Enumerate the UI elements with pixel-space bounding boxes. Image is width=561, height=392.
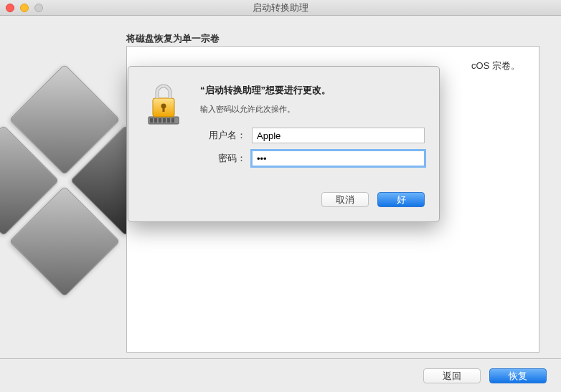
auth-title: “启动转换助理”想要进行更改。 [200, 84, 425, 97]
traffic-lights [0, 4, 43, 12]
page-heading: 将磁盘恢复为单一宗卷 [126, 32, 220, 45]
window-title: 启动转换助理 [0, 1, 561, 14]
body-text-fragment: cOS 宗卷。 [471, 59, 520, 72]
back-button[interactable]: 返回 [423, 368, 481, 383]
cancel-button[interactable]: 取消 [321, 192, 369, 207]
content-area: 将磁盘恢复为单一宗卷 cOS 宗卷。 返回 恢复 [0, 16, 561, 392]
close-icon[interactable] [6, 4, 14, 12]
titlebar: 启动转换助理 [0, 0, 561, 16]
bootcamp-logo [0, 73, 136, 317]
restore-button[interactable]: 恢复 [489, 368, 547, 383]
bottom-bar: 返回 恢复 [0, 358, 561, 392]
auth-dialog: “启动转换助理”想要进行更改。 输入密码以允许此次操作。 用户名： 密码： 取消… [128, 66, 440, 222]
ok-button[interactable]: 好 [377, 192, 425, 207]
auth-subtitle: 输入密码以允许此次操作。 [200, 104, 425, 115]
svg-rect-9 [163, 107, 165, 112]
username-field[interactable] [252, 128, 425, 143]
lock-icon [143, 81, 200, 173]
svg-rect-4 [163, 118, 166, 123]
svg-rect-1 [150, 118, 153, 123]
zoom-icon [34, 4, 43, 12]
username-label: 用户名： [200, 129, 246, 142]
password-field[interactable] [252, 150, 425, 166]
password-label: 密码： [200, 152, 246, 165]
svg-rect-6 [171, 118, 174, 123]
svg-rect-2 [154, 118, 157, 123]
svg-rect-5 [167, 118, 170, 123]
minimize-icon[interactable] [20, 4, 29, 12]
svg-rect-3 [159, 118, 161, 123]
